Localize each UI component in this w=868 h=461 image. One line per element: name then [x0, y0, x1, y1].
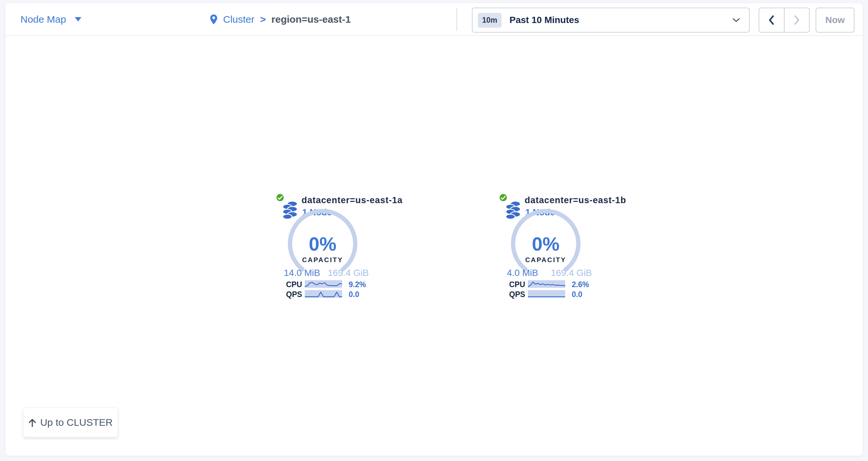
capacity-percent: 0% [288, 233, 358, 255]
node-map-page: { "header": { "view_selector_label": "No… [0, 0, 868, 461]
datacenter-title: datacenter=us-east-1b [525, 195, 626, 205]
database-stack-icon [505, 200, 521, 220]
capacity-values: 14.0 MiB 169.4 GiB [284, 268, 369, 278]
view-selector-dropdown[interactable]: Node Map [21, 3, 82, 35]
cpu-label: CPU [286, 280, 302, 289]
time-window-label: Past 10 Minutes [509, 15, 579, 25]
breadcrumb-cluster-link[interactable]: Cluster [223, 14, 254, 25]
up-to-cluster-label: Up to CLUSTER [40, 417, 113, 428]
capacity-total: 169.4 GiB [551, 268, 592, 278]
cpu-metric-row: CPU 2.6% [500, 280, 592, 288]
header-divider [457, 8, 457, 31]
datacenter-title: datacenter=us-east-1a [302, 195, 403, 205]
time-window-select[interactable]: 10m Past 10 Minutes [472, 7, 750, 33]
status-ok-icon [499, 193, 508, 202]
header-bar: Node Map Cluster > region=us-east-1 10m … [5, 3, 863, 36]
qps-label: QPS [509, 290, 525, 299]
qps-label: QPS [286, 290, 302, 299]
qps-metric-row: QPS 0.0 [277, 290, 369, 298]
chevron-left-icon [768, 15, 775, 25]
dropdown-triangle-icon [75, 17, 82, 22]
chevron-right-icon [794, 15, 800, 25]
qps-sparkline [305, 290, 342, 298]
database-stack-icon [282, 200, 298, 220]
qps-value: 0.0 [572, 290, 582, 299]
cpu-sparkline [305, 280, 342, 288]
capacity-label: CAPACITY [511, 256, 581, 264]
qps-metric-row: QPS 0.0 [500, 290, 592, 298]
cpu-value: 2.6% [572, 280, 589, 289]
capacity-values: 4.0 MiB 169.4 GiB [507, 268, 592, 278]
now-button[interactable]: Now [816, 7, 855, 33]
cpu-sparkline [528, 280, 565, 288]
datacenter-card[interactable]: datacenter=us-east-1b 1 Node 0% CAPACITY… [500, 194, 592, 300]
qps-value: 0.0 [349, 290, 359, 299]
time-window-badge: 10m [478, 13, 501, 28]
capacity-percent: 0% [511, 233, 581, 255]
cpu-value: 9.2% [349, 280, 366, 289]
status-ok-icon [276, 193, 285, 202]
map-pin-icon [210, 14, 217, 25]
view-selector-label: Node Map [21, 14, 66, 25]
breadcrumb-separator: > [260, 14, 266, 25]
breadcrumb-current: region=us-east-1 [272, 14, 351, 25]
time-forward-button[interactable] [784, 8, 809, 32]
capacity-used: 4.0 MiB [507, 268, 538, 278]
up-to-cluster-button[interactable]: Up to CLUSTER [23, 408, 118, 437]
chevron-down-icon [733, 18, 740, 22]
datacenter-card[interactable]: datacenter=us-east-1a 1 Node 0% CAPACITY… [277, 194, 369, 300]
breadcrumb: Cluster > region=us-east-1 [210, 3, 351, 35]
qps-sparkline [528, 290, 565, 298]
capacity-label: CAPACITY [288, 256, 358, 264]
time-nav-arrows [758, 7, 810, 33]
arrow-up-icon [28, 418, 36, 427]
cpu-metric-row: CPU 9.2% [277, 280, 369, 288]
node-map-panel: Node Map Cluster > region=us-east-1 10m … [5, 3, 863, 456]
cpu-label: CPU [509, 280, 525, 289]
capacity-used: 14.0 MiB [284, 268, 320, 278]
capacity-total: 169.4 GiB [328, 268, 369, 278]
time-back-button[interactable] [759, 8, 784, 32]
